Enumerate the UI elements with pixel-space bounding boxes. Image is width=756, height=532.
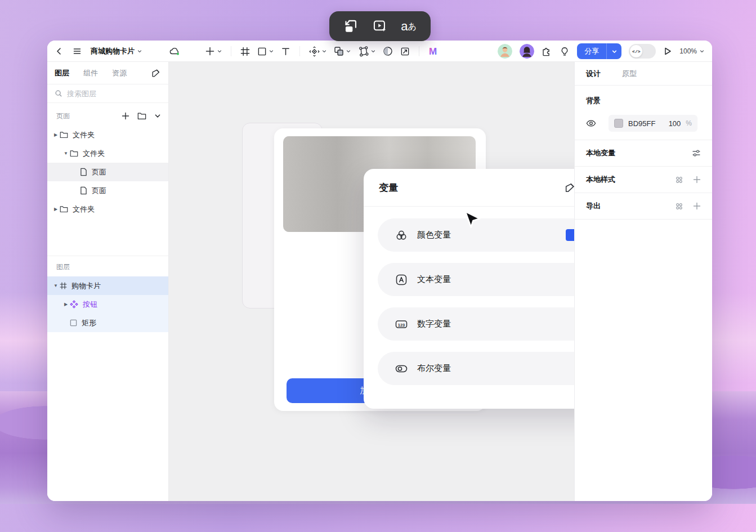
tab-prototype[interactable]: 原型	[622, 69, 637, 79]
frame-tool[interactable]	[240, 47, 250, 56]
color-circles-icon	[395, 229, 408, 242]
chevron-down-icon	[137, 49, 142, 53]
color-opacity-value[interactable]: 100	[669, 119, 681, 128]
color-chip[interactable]	[614, 119, 623, 128]
background-color-field[interactable]: BD95FF 100 %	[609, 115, 697, 132]
caret-down-icon[interactable]: ▼	[52, 283, 60, 288]
folder-icon	[70, 150, 78, 157]
share-button[interactable]: 分享	[577, 43, 621, 59]
video-sparkle-icon[interactable]	[372, 19, 387, 34]
boolean-union-tool[interactable]	[334, 46, 351, 56]
dev-mode-toggle[interactable]: </>	[629, 44, 656, 59]
tab-resources[interactable]: 资源	[112, 68, 127, 78]
caret-right-icon[interactable]: ▶	[62, 302, 70, 307]
search-input[interactable]	[67, 90, 146, 98]
tab-design[interactable]: 设计	[586, 69, 601, 79]
layer-label: 按钮	[83, 299, 97, 310]
chevron-down-icon	[322, 49, 326, 53]
variable-row-boolean[interactable]: 布尔变量 False	[378, 352, 574, 385]
folder-icon	[60, 131, 68, 138]
auto-layout-tool[interactable]	[309, 46, 326, 57]
chevron-down-icon	[700, 49, 704, 53]
code-icon: </>	[630, 45, 642, 57]
chevron-down-icon	[269, 49, 274, 53]
export-grid-icon[interactable]	[675, 202, 683, 211]
page-tree-page[interactable]: 页面	[47, 181, 168, 200]
variable-row-number[interactable]: 123 数字变量 描述	[378, 307, 574, 341]
layer-row-component[interactable]: ▶ 按钮	[47, 295, 168, 314]
caret-right-icon[interactable]: ▶	[52, 207, 60, 212]
tree-item-label: 文件夹	[83, 149, 105, 159]
plugin-icon[interactable]	[542, 46, 552, 57]
library-swatch-icon[interactable]	[151, 68, 161, 78]
collaborator-avatar[interactable]	[498, 44, 512, 59]
variable-label: 数字变量	[417, 319, 451, 329]
tree-item-label: 页面	[92, 167, 106, 177]
layer-row-frame[interactable]: ▼ 购物卡片	[47, 276, 168, 295]
color-hex-value[interactable]: BD95FF	[628, 119, 655, 128]
variable-row-text[interactable]: 文本变量 常规	[378, 263, 574, 296]
shape-tool[interactable]	[257, 47, 274, 56]
present-button[interactable]	[663, 47, 672, 56]
frame-icon	[60, 282, 67, 289]
folder-icon	[60, 205, 68, 213]
caret-right-icon[interactable]: ▶	[52, 132, 60, 137]
search-icon	[55, 90, 62, 97]
collaborator-avatar[interactable]	[520, 44, 534, 59]
page-icon	[80, 168, 87, 176]
add-style-icon[interactable]	[693, 176, 701, 184]
background-section: 背景 BD95FF 100 %	[575, 86, 712, 140]
share-dropdown-button[interactable]	[607, 49, 621, 54]
back-button[interactable]	[55, 47, 64, 56]
page-tree-page-selected[interactable]: 页面	[47, 163, 168, 181]
blue-color-swatch	[566, 229, 574, 241]
variable-row-color[interactable]: 颜色变量 主题蓝	[378, 218, 574, 252]
section-local-styles[interactable]: 本地样式	[575, 167, 712, 193]
help-lightbulb-icon[interactable]	[560, 46, 570, 57]
section-export[interactable]: 导出	[575, 193, 712, 220]
background-section-header: 背景	[586, 86, 701, 115]
page-tree-folder[interactable]: ▼ 文件夹	[47, 144, 168, 163]
left-sidebar: 图层 组件 资源 页面 ▶ 文件夹	[47, 62, 169, 501]
styles-grid-icon[interactable]	[675, 176, 683, 184]
left-sidebar-tabs: 图层 组件 资源	[47, 62, 168, 84]
document-title-text: 商城购物卡片	[91, 46, 135, 56]
page-tree-folder[interactable]: ▶ 文件夹	[47, 200, 168, 218]
page-tree-folder[interactable]: ▶ 文件夹	[47, 126, 168, 144]
zoom-control[interactable]: 100%	[679, 47, 704, 55]
present-window-icon[interactable]	[343, 19, 359, 34]
translate-latin: a	[401, 20, 408, 33]
layer-label: 购物卡片	[71, 281, 101, 291]
tab-layers[interactable]: 图层	[55, 68, 69, 78]
layer-row-rectangle[interactable]: 矩形	[47, 314, 168, 332]
cloud-sync-icon[interactable]	[169, 46, 181, 56]
search-bar	[47, 84, 168, 103]
tree-item-label: 页面	[92, 186, 106, 196]
document-title[interactable]: 商城购物卡片	[91, 46, 142, 56]
svg-text:123: 123	[398, 322, 405, 327]
slice-tool[interactable]	[400, 47, 410, 56]
text-tool[interactable]	[281, 47, 290, 56]
main-menu-button[interactable]	[73, 47, 82, 56]
translate-icon[interactable]: aあ	[401, 20, 417, 33]
caret-down-icon[interactable]: ▼	[62, 151, 70, 156]
section-local-variables[interactable]: 本地变量	[575, 140, 712, 167]
tab-components[interactable]: 组件	[83, 68, 98, 78]
mask-tool[interactable]	[383, 46, 393, 56]
right-sidebar: 设计 原型 背景 BD95FF 100 % 本地变量	[574, 62, 712, 501]
toolbar-divider	[231, 46, 231, 56]
vector-edit-tool[interactable]	[358, 46, 375, 57]
filter-sliders-icon[interactable]	[692, 149, 701, 158]
tree-item-label: 文件夹	[73, 130, 95, 140]
visibility-eye-icon[interactable]	[586, 119, 596, 127]
boolean-toggle-icon	[395, 362, 408, 375]
component-icon	[70, 300, 78, 309]
insert-tool[interactable]	[205, 46, 222, 56]
add-page-icon[interactable]	[122, 112, 129, 120]
new-folder-icon[interactable]	[137, 112, 146, 120]
right-sidebar-tabs: 设计 原型	[575, 62, 712, 86]
canvas[interactable]: 加入购物车 变量 颜色变量	[169, 62, 574, 501]
swatch-library-icon[interactable]	[564, 182, 574, 194]
add-export-icon[interactable]	[693, 202, 701, 210]
collapse-pages-icon[interactable]	[154, 113, 161, 119]
